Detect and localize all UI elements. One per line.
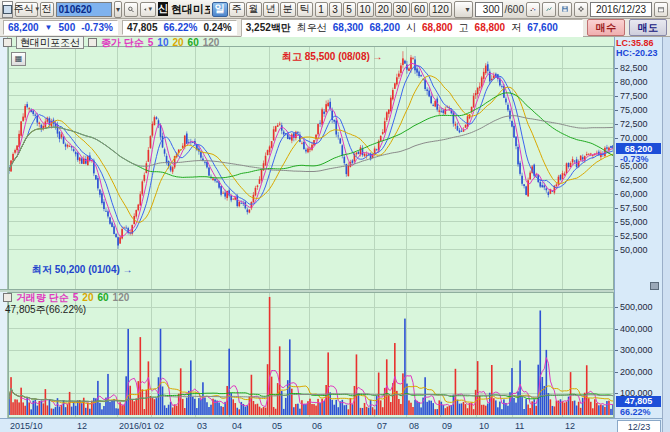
low-annotation: 최저 50,200 (01/04) → bbox=[32, 263, 133, 277]
period-월-button[interactable]: 월 bbox=[246, 2, 262, 17]
asset-type-label: 주식 bbox=[14, 2, 34, 16]
chart-right-frame[interactable] bbox=[662, 37, 670, 432]
minute-3-button[interactable]: 3 bbox=[329, 2, 342, 17]
price-axis-label: 70,000 bbox=[620, 133, 648, 143]
hc-value: HC:-20.23 bbox=[616, 48, 658, 58]
price-axis[interactable]: 82,50080,00077,50075,00072,50070,00065,0… bbox=[614, 37, 662, 418]
minute-60-button[interactable]: 60 bbox=[411, 2, 428, 17]
minute-button-group: 13510203060120 bbox=[315, 2, 452, 17]
price-change: 500 bbox=[59, 22, 76, 33]
volume-chart-canvas[interactable] bbox=[8, 292, 614, 418]
settings-button[interactable] bbox=[574, 2, 588, 17]
date-axis-label: 02 bbox=[154, 421, 164, 431]
date-axis-label: 12 bbox=[565, 421, 575, 431]
best-bid: 68,200 bbox=[369, 22, 400, 33]
date-axis-label: 09 bbox=[442, 421, 452, 431]
save-icon bbox=[562, 4, 568, 14]
asset-type-select[interactable]: 주식 ▾ bbox=[15, 2, 38, 17]
stock-name: 현대미포조선 bbox=[170, 2, 210, 17]
minute-20-button[interactable]: 20 bbox=[375, 2, 392, 17]
high-price: 68,800 bbox=[475, 22, 506, 33]
price-axis-label: 52,500 bbox=[620, 231, 648, 241]
checkbox-icon[interactable] bbox=[3, 38, 12, 47]
save-button[interactable] bbox=[558, 2, 572, 17]
period-틱-button[interactable]: 틱 bbox=[297, 2, 313, 17]
legend-item: 60 bbox=[97, 292, 108, 303]
trade-amount: 3,252백만 bbox=[246, 21, 291, 35]
current-price: 68,200 bbox=[8, 22, 39, 33]
chevron-down-icon: ▾ bbox=[149, 5, 153, 13]
date-axis-label: 2016/01 bbox=[119, 421, 152, 431]
stock-code-input[interactable] bbox=[56, 2, 112, 17]
period-일-button[interactable]: 일 bbox=[212, 2, 228, 17]
price-change-pct: -0.73% bbox=[81, 22, 113, 33]
legend-item: 5 bbox=[73, 292, 79, 303]
chart-style-dots-button[interactable] bbox=[526, 2, 540, 17]
buy-button[interactable]: 매수 bbox=[587, 19, 625, 36]
price-axis-label: 82,500 bbox=[620, 63, 648, 73]
search-icon bbox=[128, 5, 134, 14]
bar-count-input[interactable] bbox=[475, 2, 503, 17]
checkbox-icon[interactable] bbox=[88, 38, 97, 47]
date-axis-label: 05 bbox=[272, 421, 282, 431]
grid-settings-button[interactable]: ▦ bbox=[11, 52, 26, 66]
date-axis[interactable]: 2015/10122016/01020304050607080910111212… bbox=[0, 418, 662, 432]
legend-item: 10 bbox=[157, 37, 168, 48]
line-chart-icon bbox=[546, 5, 552, 14]
volume-legend: 거래량 단순52060120 bbox=[3, 292, 129, 303]
date-axis-label: 06 bbox=[312, 421, 322, 431]
minute-5-button[interactable]: 5 bbox=[343, 2, 356, 17]
turnover-pct: 0.24% bbox=[203, 22, 231, 33]
stock-chart-window: 주식 ▾ 전 ▾ ▾ 신 현대미포조선 일주월년분틱 1351020306012… bbox=[0, 0, 670, 432]
sell-button[interactable]: 매도 bbox=[629, 19, 667, 36]
window-icon[interactable] bbox=[2, 1, 13, 18]
scatter-chart-icon bbox=[530, 5, 536, 14]
minute-120-button[interactable]: 120 bbox=[429, 2, 452, 17]
checkbox-icon[interactable] bbox=[3, 293, 12, 302]
chart-style-line-button[interactable] bbox=[542, 2, 556, 17]
current-volume-pct: 66.22% bbox=[620, 407, 651, 417]
legend-item: 120 bbox=[113, 292, 130, 303]
bar-count-max: /600 bbox=[505, 4, 524, 15]
minute-1-button[interactable]: 1 bbox=[315, 2, 328, 17]
period-분-button[interactable]: 분 bbox=[280, 2, 296, 17]
low-price: 67,600 bbox=[527, 22, 558, 33]
date-axis-label: 03 bbox=[197, 421, 207, 431]
low-label: 저 bbox=[511, 21, 521, 35]
speaker-icon bbox=[144, 5, 147, 14]
minute-30-button[interactable]: 30 bbox=[393, 2, 410, 17]
best-label: 최우선 bbox=[297, 21, 327, 35]
legend-item: 20 bbox=[172, 37, 183, 48]
prev-stock-button[interactable]: 전 bbox=[40, 2, 54, 17]
current-price-pct: -0.73% bbox=[620, 154, 649, 164]
stock-code-dropdown[interactable]: ▾ bbox=[114, 1, 123, 18]
today-volume: 47,805 bbox=[127, 22, 158, 33]
main-toolbar: 주식 ▾ 전 ▾ ▾ 신 현대미포조선 일주월년분틱 1351020306012… bbox=[0, 0, 670, 19]
interval-dropdown[interactable]: ▾ bbox=[454, 1, 473, 18]
chart-left-frame bbox=[0, 37, 8, 418]
period-년-button[interactable]: 년 bbox=[263, 2, 279, 17]
down-arrow-icon: ▼ bbox=[45, 23, 53, 32]
price-chart-canvas[interactable] bbox=[8, 46, 614, 290]
calendar-button[interactable] bbox=[654, 2, 668, 17]
pane-handle-icon[interactable] bbox=[650, 282, 659, 290]
volume-axis-label: 400,000 bbox=[620, 324, 653, 334]
legend-item: 종가 단순 bbox=[101, 36, 144, 50]
price-axis-label: 55,000 bbox=[620, 217, 648, 227]
price-group: 68,200 ▼ 500 -0.73% bbox=[3, 20, 118, 35]
sound-button[interactable]: ▾ bbox=[140, 2, 156, 17]
minute-10-button[interactable]: 10 bbox=[357, 2, 374, 17]
period-주-button[interactable]: 주 bbox=[229, 2, 245, 17]
volume-axis-label: 300,000 bbox=[620, 345, 653, 355]
price-axis-label: 77,500 bbox=[620, 91, 648, 101]
date-axis-label: 10 bbox=[479, 421, 489, 431]
current-price-tag: 68,200 bbox=[616, 143, 661, 154]
legend-item: 20 bbox=[82, 292, 93, 303]
search-button[interactable] bbox=[124, 2, 138, 17]
legend-item: 120 bbox=[203, 37, 220, 48]
price-axis-label: 57,500 bbox=[620, 203, 648, 213]
chart-date-input[interactable] bbox=[590, 2, 652, 17]
legend-item: 60 bbox=[188, 37, 199, 48]
price-axis-label: 60,000 bbox=[620, 189, 648, 199]
date-axis-end-label: 12/23 bbox=[617, 420, 661, 432]
